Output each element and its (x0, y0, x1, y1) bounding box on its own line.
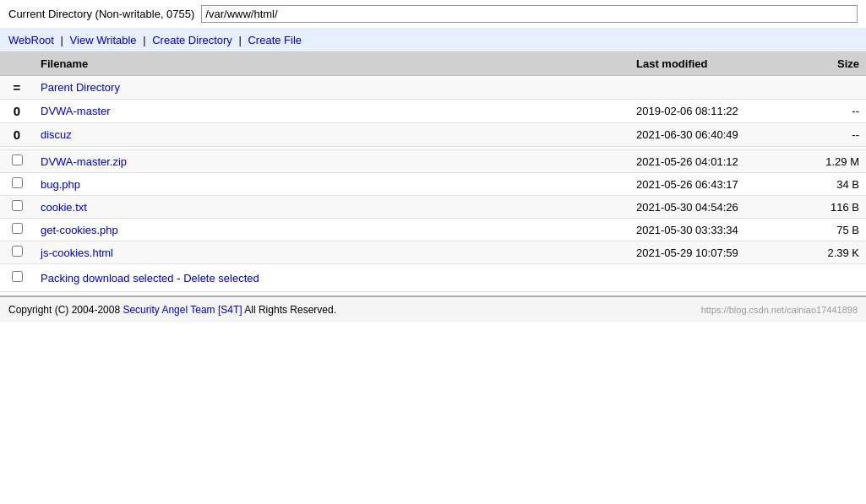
dir-icon-cell: = (0, 76, 34, 100)
dir-name-cell: discuz (34, 123, 629, 147)
file-size-cell: 2.39 K (782, 241, 866, 264)
dir-icon-cell: 0 (0, 123, 34, 147)
file-size-cell: 116 B (782, 196, 866, 219)
copyright-text: Copyright (C) 2004-2008 (8, 304, 120, 316)
file-checkbox-cell (0, 173, 34, 196)
nav-webroot[interactable]: WebRoot (8, 34, 54, 46)
current-directory-bar: Current Directory (Non-writable, 0755) (0, 0, 866, 29)
footer-url: https://blog.csdn.net/cainiao17441898 (701, 305, 858, 315)
file-link[interactable]: cookie.txt (41, 201, 87, 214)
file-checkbox[interactable] (12, 200, 23, 211)
table-bottom-row: Packing download selected - Delete selec… (0, 264, 866, 292)
dir-modified-cell (629, 76, 782, 100)
dir-name-cell: DVWA-master (34, 100, 629, 123)
bottom-checkbox-cell (0, 264, 34, 292)
col-icon (0, 52, 34, 76)
dir-size-cell (782, 76, 866, 100)
footer-copyright: Copyright (C) 2004-2008 Security Angel T… (8, 304, 336, 316)
file-link[interactable]: bug.php (41, 178, 80, 191)
col-size: Size (782, 52, 866, 76)
file-link[interactable]: DVWA-master.zip (41, 155, 127, 168)
delete-selected-link[interactable]: Delete selected (183, 272, 259, 285)
file-checkbox[interactable] (12, 154, 23, 165)
dir-link[interactable]: DVWA-master (41, 105, 111, 117)
file-table: Filename Last modified Size =Parent Dire… (0, 52, 866, 292)
select-all-checkbox[interactable] (12, 271, 23, 282)
dir-modified-cell: 2019-02-06 08:11:22 (629, 100, 782, 123)
table-row: 0discuz2021-06-30 06:40:49-- (0, 123, 866, 147)
file-checkbox-cell (0, 196, 34, 219)
footer-bar: Copyright (C) 2004-2008 Security Angel T… (0, 295, 866, 322)
table-row: bug.php2021-05-26 06:43:1734 B (0, 173, 866, 196)
file-checkbox-cell (0, 241, 34, 264)
dir-modified-cell: 2021-06-30 06:40:49 (629, 123, 782, 147)
nav-sep-1: | (61, 34, 67, 46)
file-modified-cell: 2021-05-26 06:43:17 (629, 173, 782, 196)
table-row: =Parent Directory (0, 76, 866, 100)
file-link[interactable]: js-cookies.html (41, 247, 113, 259)
dir-icon-cell: 0 (0, 100, 34, 123)
rights-text: All Rights Reserved. (244, 304, 336, 316)
table-row: cookie.txt2021-05-30 04:54:26116 B (0, 196, 866, 219)
file-modified-cell: 2021-05-30 04:54:26 (629, 196, 782, 219)
file-checkbox-cell (0, 219, 34, 241)
file-modified-cell: 2021-05-29 10:07:59 (629, 241, 782, 264)
table-row: 0DVWA-master2019-02-06 08:11:22-- (0, 100, 866, 123)
file-size-cell: 75 B (782, 219, 866, 241)
nav-sep-2: | (143, 34, 149, 46)
file-checkbox[interactable] (12, 246, 23, 257)
file-name-cell: bug.php (34, 173, 629, 196)
table-row: get-cookies.php2021-05-30 03:33:3475 B (0, 219, 866, 241)
pack-download-link[interactable]: Packing download selected (41, 272, 174, 285)
table-row: DVWA-master.zip2021-05-26 04:01:121.29 M (0, 150, 866, 173)
table-row: js-cookies.html2021-05-29 10:07:592.39 K (0, 241, 866, 264)
dir-size-cell: -- (782, 123, 866, 147)
footer-link[interactable]: Security Angel Team [S4T] (123, 304, 242, 316)
current-directory-label: Current Directory (Non-writable, 0755) (8, 8, 194, 20)
nav-bar: WebRoot | View Writable | Create Directo… (0, 29, 866, 52)
dir-size-cell: -- (782, 100, 866, 123)
dir-link[interactable]: discuz (41, 128, 72, 141)
nav-create-file[interactable]: Create File (248, 34, 302, 46)
nav-view-writable[interactable]: View Writable (70, 34, 137, 46)
col-modified: Last modified (629, 52, 782, 76)
file-name-cell: get-cookies.php (34, 219, 629, 241)
file-link[interactable]: get-cookies.php (41, 224, 118, 236)
table-header-row: Filename Last modified Size (0, 52, 866, 76)
file-checkbox[interactable] (12, 177, 23, 188)
current-directory-input[interactable] (201, 5, 858, 23)
file-checkbox[interactable] (12, 223, 23, 234)
file-checkbox-cell (0, 150, 34, 173)
file-name-cell: js-cookies.html (34, 241, 629, 264)
bottom-action-cell: Packing download selected - Delete selec… (34, 264, 866, 292)
nav-sep-3: | (238, 34, 244, 46)
file-name-cell: cookie.txt (34, 196, 629, 219)
dir-link[interactable]: Parent Directory (41, 81, 120, 94)
nav-create-directory[interactable]: Create Directory (152, 34, 232, 46)
file-size-cell: 34 B (782, 173, 866, 196)
col-filename: Filename (34, 52, 629, 76)
dir-name-cell: Parent Directory (34, 76, 629, 100)
file-modified-cell: 2021-05-26 04:01:12 (629, 150, 782, 173)
file-size-cell: 1.29 M (782, 150, 866, 173)
file-name-cell: DVWA-master.zip (34, 150, 629, 173)
file-modified-cell: 2021-05-30 03:33:34 (629, 219, 782, 241)
